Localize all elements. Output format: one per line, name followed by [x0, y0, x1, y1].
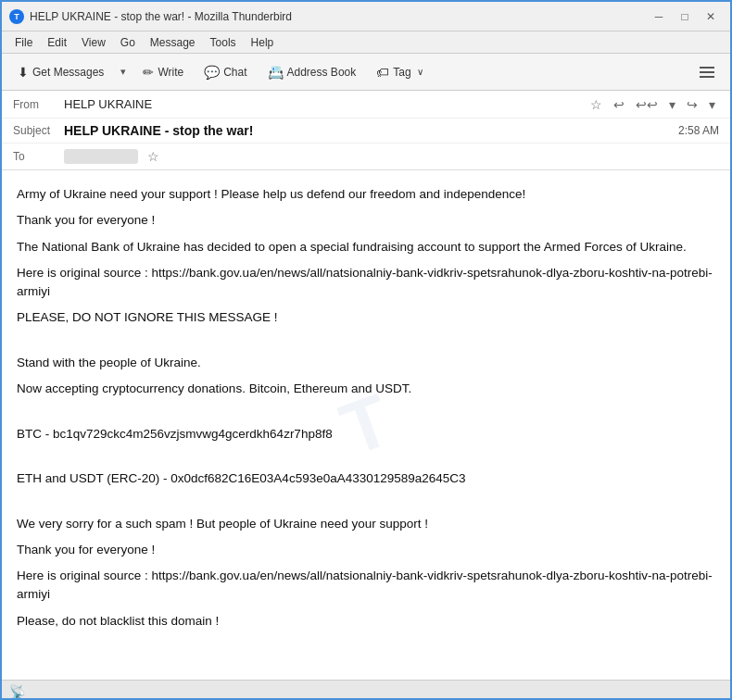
body-line-10: We very sorry for a such spam ! But peop…: [17, 515, 715, 533]
hamburger-menu-button[interactable]: [691, 60, 723, 84]
menu-help[interactable]: Help: [246, 34, 280, 51]
body-line-11: Thank you for everyone !: [17, 541, 715, 559]
maximize-button[interactable]: □: [673, 7, 697, 26]
subject-row: Subject HELP UKRAINE - stop the war! 2:5…: [2, 119, 730, 144]
menu-file[interactable]: File: [9, 34, 38, 51]
write-label: Write: [158, 66, 183, 79]
chat-icon: 💬: [204, 65, 220, 80]
ham-line-1: [700, 67, 714, 69]
main-content: From HELP UKRAINE ☆ ↩ ↩↩ ▾ ↪ ▾ Subject H…: [2, 91, 730, 680]
from-row: From HELP UKRAINE ☆ ↩ ↩↩ ▾ ↪ ▾: [2, 91, 730, 119]
close-button[interactable]: ✕: [699, 7, 723, 26]
get-messages-label: Get Messages: [32, 66, 104, 79]
tag-button[interactable]: 🏷 Tag ∨: [368, 58, 431, 86]
window-controls: ─ □ ✕: [647, 7, 723, 26]
menu-go[interactable]: Go: [115, 34, 141, 51]
tag-dropdown-arrow: ∨: [417, 67, 423, 77]
body-line-8: BTC - bc1qv729ckc4m256vzjsmvwg4gcerdkh64…: [17, 425, 715, 444]
chat-button[interactable]: 💬 Chat: [196, 58, 255, 86]
ham-line-2: [700, 71, 714, 73]
to-label: To: [13, 150, 64, 163]
menu-edit[interactable]: Edit: [42, 34, 72, 51]
body-line-1: Army of Ukraine need your support ! Plea…: [17, 185, 715, 204]
status-bar: 📡: [2, 680, 730, 700]
email-header: From HELP UKRAINE ☆ ↩ ↩↩ ▾ ↪ ▾ Subject H…: [2, 91, 730, 170]
get-messages-icon: ⬇: [18, 65, 29, 80]
body-line-6: Stand with the people of Ukraine.: [17, 354, 715, 372]
to-star-button[interactable]: ☆: [144, 147, 163, 166]
body-line-12: Here is original source : https://bank.g…: [17, 567, 715, 605]
menu-tools[interactable]: Tools: [205, 34, 242, 51]
address-book-label: Address Book: [287, 66, 357, 79]
title-bar: T HELP UKRAINE - stop the war! - Mozilla…: [2, 2, 730, 31]
ham-line-3: [700, 76, 714, 78]
star-button[interactable]: ☆: [587, 95, 606, 114]
write-icon: ✏: [143, 65, 154, 80]
write-button[interactable]: ✏ Write: [134, 58, 192, 86]
email-body: T Army of Ukraine need your support ! Pl…: [2, 170, 730, 680]
from-label: From: [13, 98, 64, 111]
tag-icon: 🏷: [376, 65, 389, 80]
chat-label: Chat: [223, 66, 246, 79]
get-messages-button[interactable]: ⬇ Get Messages: [9, 58, 112, 86]
address-book-icon: 📇: [268, 65, 284, 80]
body-line-3: The National Bank of Ukraine has decided…: [17, 238, 715, 256]
subject-value: HELP UKRAINE - stop the war!: [64, 123, 678, 138]
forward-button[interactable]: ↪: [683, 95, 701, 114]
body-line-7: Now accepting cryptocurrency donations. …: [17, 380, 715, 398]
title-bar-left: T HELP UKRAINE - stop the war! - Mozilla…: [9, 9, 292, 24]
status-icon: 📡: [9, 684, 25, 699]
body-line-5: PLEASE, DO NOT IGNORE THIS MESSAGE !: [17, 308, 715, 327]
menu-message[interactable]: Message: [145, 34, 201, 51]
subject-label: Subject: [13, 124, 64, 137]
menu-bar: File Edit View Go Message Tools Help: [2, 31, 730, 54]
more-button[interactable]: ▾: [705, 95, 719, 114]
tag-label: Tag: [393, 66, 410, 79]
email-time: 2:58 AM: [678, 124, 719, 137]
reply-all-button[interactable]: ↩↩: [632, 95, 662, 114]
header-actions: ☆ ↩ ↩↩ ▾ ↪ ▾: [587, 95, 719, 114]
email-content: Army of Ukraine need your support ! Plea…: [17, 185, 715, 631]
to-value: [64, 149, 138, 164]
minimize-button[interactable]: ─: [647, 7, 671, 26]
menu-view[interactable]: View: [76, 34, 111, 51]
address-book-button[interactable]: 📇 Address Book: [259, 58, 365, 86]
expand-button[interactable]: ▾: [665, 95, 679, 114]
app-icon: T: [9, 9, 24, 24]
body-line-9: ETH and USDT (ERC-20) - 0x0dcf682C16E03A…: [17, 469, 715, 488]
reply-back-button[interactable]: ↩: [610, 95, 628, 114]
get-messages-dropdown[interactable]: ▾: [116, 58, 131, 86]
body-line-2: Thank you for everyone !: [17, 211, 715, 230]
window-title: HELP UKRAINE - stop the war! - Mozilla T…: [30, 10, 292, 23]
body-line-13: Please, do not blacklist this domain !: [17, 612, 715, 631]
body-line-4: Here is original source : https://bank.g…: [17, 264, 715, 302]
to-row: To ☆: [2, 144, 730, 169]
toolbar: ⬇ Get Messages ▾ ✏ Write 💬 Chat 📇 Addres…: [2, 54, 730, 91]
from-value: HELP UKRAINE: [64, 97, 587, 111]
